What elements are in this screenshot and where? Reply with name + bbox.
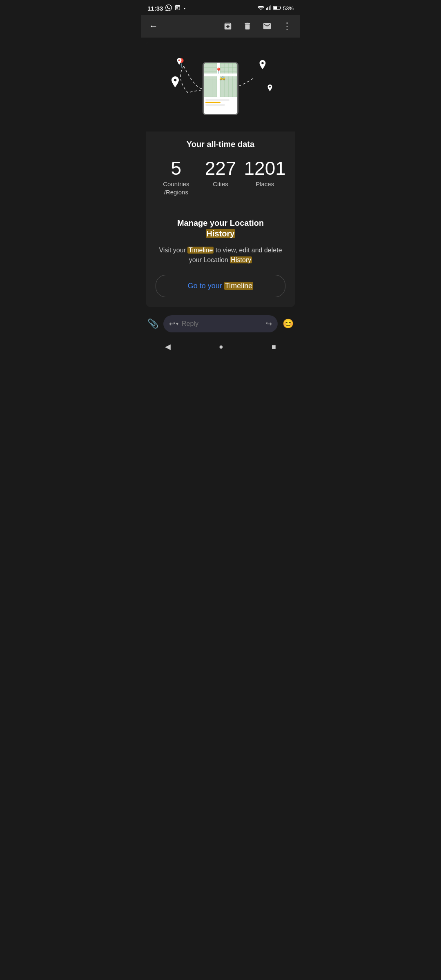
nav-home-button[interactable]: ●: [211, 340, 232, 354]
main-content: 📍: [141, 38, 300, 311]
info-line-3: [205, 104, 225, 106]
desc-timeline-highlight: Timeline: [187, 247, 214, 254]
battery-icon: [273, 5, 281, 11]
places-label: Places: [243, 180, 287, 188]
archive-button[interactable]: [222, 20, 234, 32]
map-info-card: [204, 97, 237, 114]
title-history-highlight: History: [206, 229, 236, 238]
map-pin-2: [169, 76, 181, 94]
stats-section: Your all-time data 5 Countries/Regions 2…: [146, 131, 295, 206]
more-options-button[interactable]: ⋮: [281, 19, 294, 33]
action-bar-left: ←: [147, 19, 218, 33]
map-taxi: 🚕: [219, 75, 225, 80]
nav-recents-button[interactable]: ■: [263, 340, 284, 354]
emoji-button[interactable]: 😊: [281, 317, 295, 331]
notification-dot: ●: [183, 7, 185, 10]
reply-bar: 📎 ↩ ▾ Reply ↪ 😊: [141, 311, 300, 337]
status-right: 53%: [258, 5, 294, 11]
go-to-timeline-button[interactable]: Go to your Timeline: [156, 275, 285, 297]
title-line1: Manage your Location: [177, 218, 264, 227]
reply-input-container[interactable]: ↩ ▾ Reply ↪: [163, 315, 278, 332]
action-bar: ← ⋮: [141, 15, 300, 38]
cities-label: Cities: [198, 180, 243, 188]
mark-unread-button[interactable]: [261, 20, 273, 32]
stat-cities: 227 Cities: [198, 159, 243, 188]
info-line-1: [205, 99, 229, 101]
phone-map: 📍 🚕: [203, 62, 238, 115]
svg-point-0: [261, 9, 262, 10]
nav-bar: ◀ ● ■: [141, 337, 300, 358]
svg-rect-1: [266, 8, 267, 10]
attachment-button[interactable]: 📎: [146, 317, 160, 331]
cities-number: 227: [198, 159, 243, 178]
location-title: Manage your Location History: [156, 218, 285, 239]
svg-rect-7: [274, 6, 277, 9]
reply-placeholder: Reply: [182, 320, 263, 327]
svg-rect-2: [267, 7, 268, 10]
desc-history-highlight: History: [230, 256, 252, 263]
location-description: Visit your Timeline to view, edit and de…: [156, 245, 285, 265]
wifi-icon: [258, 5, 264, 11]
svg-rect-4: [270, 5, 271, 10]
action-bar-right: ⋮: [222, 19, 294, 33]
phone-screen: 📍 🚕: [204, 63, 237, 114]
forward-icon: ↪: [266, 319, 272, 328]
reply-chevron-icon: ▾: [176, 321, 178, 327]
status-left: 11:33 ●: [147, 4, 185, 12]
location-section: Manage your Location History Visit your …: [146, 206, 295, 307]
stats-title: Your all-time data: [154, 140, 287, 149]
signal-icon: [266, 5, 272, 11]
timeline-btn-highlight-text: Timeline: [224, 282, 253, 290]
battery-percentage: 53%: [283, 5, 294, 11]
back-button[interactable]: ←: [147, 19, 160, 33]
map-illustration: 📍: [146, 42, 295, 131]
email-card: 📍: [146, 42, 295, 307]
status-bar: 11:33 ●: [141, 0, 300, 15]
stat-countries: 5 Countries/Regions: [154, 159, 198, 196]
reply-icon-group: ↩ ▾: [169, 319, 178, 328]
reply-arrow-icon: ↩: [169, 319, 175, 328]
stats-row: 5 Countries/Regions 227 Cities 1201 Plac…: [154, 159, 287, 196]
map-red-pin: 📍: [215, 67, 222, 74]
map-scene: 📍: [163, 54, 278, 123]
svg-rect-3: [269, 7, 270, 10]
delete-button[interactable]: [241, 20, 254, 32]
countries-label: Countries/Regions: [154, 180, 198, 196]
nav-back-button[interactable]: ◀: [157, 340, 179, 354]
info-line-2: [205, 102, 220, 103]
calendar-icon: [174, 4, 181, 12]
svg-rect-6: [281, 7, 281, 9]
timeline-btn-blue-text: Go to your: [188, 282, 224, 290]
status-time: 11:33: [147, 5, 163, 12]
whatsapp-icon: [165, 4, 172, 12]
countries-number: 5: [154, 159, 198, 178]
stat-places: 1201 Places: [243, 159, 287, 188]
places-number: 1201: [243, 159, 287, 178]
